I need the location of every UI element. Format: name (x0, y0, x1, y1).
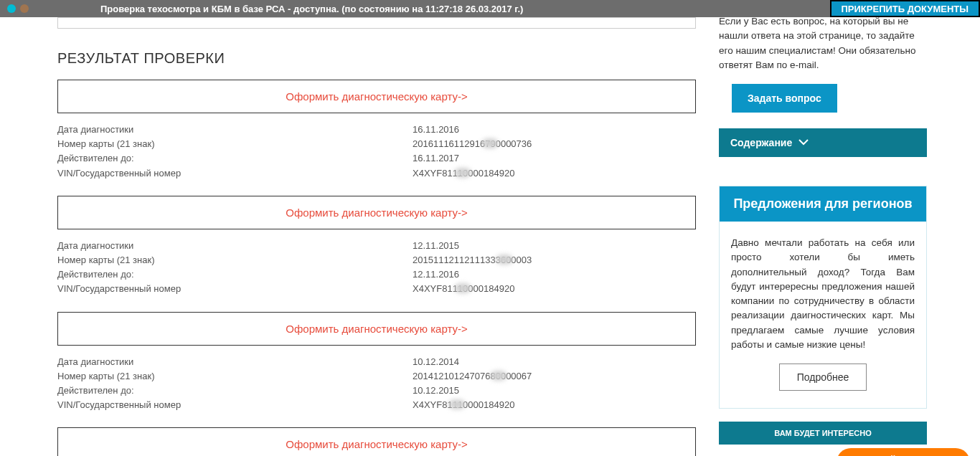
label-valid: Действителен до: (57, 152, 413, 165)
label-vin: VIN/Государственный номер (57, 399, 413, 412)
contents-label: Содержание (730, 137, 792, 148)
action-box: Оформить диагностическую карту-> (57, 80, 696, 113)
detail-row: VIN/Государственный номер X4XYF811100001… (57, 399, 696, 412)
value-valid: 10.12.2015 (413, 384, 696, 397)
issue-card-link[interactable]: Оформить диагностическую карту-> (286, 90, 467, 103)
interest-bar: ВАМ БУДЕТ ИНТЕРЕСНО (719, 422, 927, 445)
action-box: Оформить диагностическую карту-> (57, 427, 696, 456)
value-card: 20161116112916790000736 (413, 138, 696, 151)
topbar-dots (7, 4, 29, 13)
detail-row: Действителен до: 12.11.2016 (57, 268, 696, 281)
regions-body: Давно мечтали работать на себя или прост… (720, 222, 926, 408)
sidebar: Если у Вас есть вопрос, на который вы не… (719, 17, 927, 456)
label-date: Дата диагностики (57, 239, 413, 252)
empty-box-top (57, 17, 696, 29)
main-content: РЕЗУЛЬТАТ ПРОВЕРКИ Оформить диагностичес… (43, 17, 697, 456)
detail-row: Действителен до: 10.12.2015 (57, 384, 696, 397)
label-valid: Действителен до: (57, 384, 413, 397)
value-date: 16.11.2016 (413, 123, 696, 136)
action-box: Оформить диагностическую карту-> (57, 312, 696, 346)
dot-brown-icon (20, 4, 29, 13)
dot-cyan-icon (7, 4, 16, 13)
issue-card-link[interactable]: Оформить диагностическую карту-> (286, 206, 467, 219)
topbar: Проверка техосмотра и КБМ в базе РСА - д… (0, 0, 980, 17)
ask-question-button[interactable]: Задать вопрос (732, 84, 837, 113)
label-card: Номер карты (21 знак) (57, 138, 413, 151)
issue-card-link[interactable]: Оформить диагностическую карту-> (286, 438, 467, 450)
value-vin: X4XYF81110000184920 (413, 282, 696, 295)
topbar-status: Проверка техосмотра и КБМ в базе РСА - д… (100, 4, 523, 14)
label-vin: VIN/Государственный номер (57, 282, 413, 295)
detail-row: Номер карты (21 знак) 201511121121113336… (57, 254, 696, 267)
value-date: 12.11.2015 (413, 239, 696, 252)
detail-row: Действителен до: 16.11.2017 (57, 152, 696, 165)
sidebar-intro: Если у Вас есть вопрос, на который вы не… (719, 14, 927, 72)
record-details: Дата диагностики 12.11.2015 Номер карты … (57, 239, 696, 296)
value-card: 20151112112111333600003 (413, 254, 696, 267)
detail-row: Дата диагностики 16.11.2016 (57, 123, 696, 136)
value-card: 20141210124707680000067 (413, 370, 696, 383)
detail-row: Дата диагностики 10.12.2014 (57, 356, 696, 369)
record-details: Дата диагностики 10.12.2014 Номер карты … (57, 356, 696, 412)
contents-bar[interactable]: Содержание (719, 128, 927, 157)
label-date: Дата диагностики (57, 123, 413, 136)
value-vin: X4XYF81110000184920 (413, 399, 696, 412)
label-valid: Действителен до: (57, 268, 413, 281)
value-valid: 16.11.2017 (413, 152, 696, 165)
detail-row: Дата диагностики 12.11.2015 (57, 239, 696, 252)
label-card: Номер карты (21 знак) (57, 254, 413, 267)
detail-row: Номер карты (21 знак) 201611161129167900… (57, 138, 696, 151)
attach-documents-button[interactable]: ПРИКРЕПИТЬ ДОКУМЕНТЫ (830, 0, 981, 17)
issue-card-link[interactable]: Оформить диагностическую карту-> (286, 323, 467, 335)
label-card: Номер карты (21 знак) (57, 370, 413, 383)
value-date: 10.12.2014 (413, 356, 696, 369)
action-box: Оформить диагностическую карту-> (57, 196, 696, 229)
regions-box: Предложения для регионов Давно мечтали р… (719, 186, 927, 409)
more-button[interactable]: Подробнее (779, 364, 867, 391)
regions-title: Предложения для регионов (720, 186, 926, 222)
record-details: Дата диагностики 16.11.2016 Номер карты … (57, 123, 696, 180)
online-request-button[interactable]: ОНЛАЙН ЗАЯВКА (837, 448, 970, 456)
detail-row: Номер карты (21 знак) 201412101247076800… (57, 370, 696, 383)
detail-row: VIN/Государственный номер X4XYF811100001… (57, 282, 696, 295)
value-valid: 12.11.2016 (413, 268, 696, 281)
detail-row: VIN/Государственный номер X4XYF811100001… (57, 167, 696, 180)
result-heading: РЕЗУЛЬТАТ ПРОВЕРКИ (57, 50, 683, 67)
label-vin: VIN/Государственный номер (57, 167, 413, 180)
chevron-down-icon (798, 137, 809, 148)
label-date: Дата диагностики (57, 356, 413, 369)
value-vin: X4XYF81110000184920 (413, 167, 696, 180)
